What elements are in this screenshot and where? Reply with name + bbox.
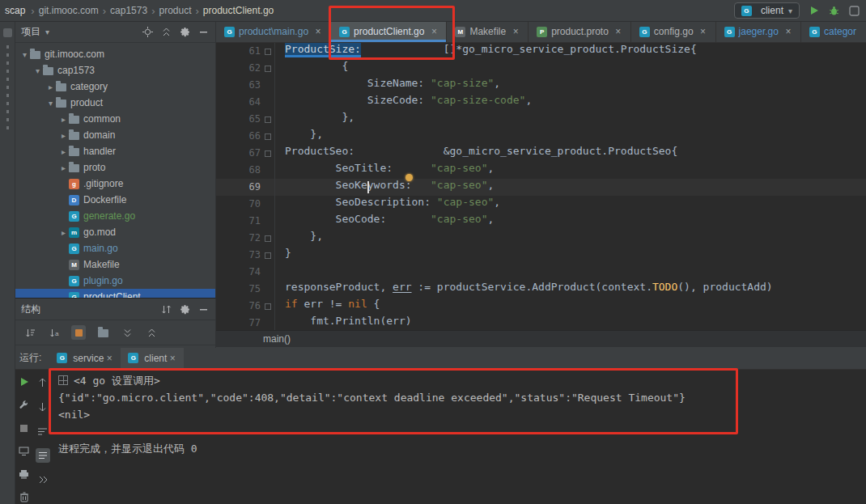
tree-item[interactable]: ▸handler [15,143,215,159]
hide-panel-icon[interactable] [198,27,209,37]
code-line[interactable]: 62 { [216,60,866,77]
tree-item[interactable]: Gplugin.go [15,273,215,289]
tree-item[interactable]: Gmain.go [15,240,215,256]
code-line[interactable]: 65 }, [216,111,866,128]
console-settings-icon[interactable] [36,448,50,463]
scroll-to-end-icon[interactable] [36,472,50,487]
tree-item[interactable]: ▾git.imooc.com [15,46,215,62]
tree-chevron-icon[interactable]: ▾ [19,50,30,59]
tree-chevron-icon[interactable]: ▸ [58,131,69,140]
close-icon[interactable]: × [614,26,622,37]
code-line[interactable]: 64 SizeCode: "cap-size-code", [216,94,866,111]
unfold-icon[interactable] [58,375,68,385]
code-line[interactable]: 70 SeoDescription: "cap-seo", [216,196,866,213]
tool-stripe-button[interactable] [3,28,12,37]
gear-icon[interactable] [180,27,190,37]
gear-icon[interactable] [180,304,190,315]
tree-chevron-icon[interactable]: ▸ [58,163,69,172]
group-methods-toggle[interactable] [71,325,86,340]
fold-marker[interactable] [261,230,274,247]
collapse-all-icon[interactable] [144,325,159,340]
debug-button[interactable] [829,6,839,16]
editor-tab[interactable]: MMakefile× [447,21,529,42]
fold-marker[interactable] [261,298,274,315]
code-line[interactable]: 71 SeoCode: "cap-seo", [216,213,866,230]
close-icon[interactable]: × [699,26,707,37]
code-line[interactable]: 61ProductSize: []*go_micro_service_produ… [216,43,866,60]
editor-tab[interactable]: Gconfig.go× [631,21,716,42]
run-tab[interactable]: Gservice× [49,347,121,369]
breadcrumb-item[interactable]: product [159,5,191,16]
fold-marker[interactable] [261,247,274,264]
breadcrumb-item[interactable]: cap1573 [110,5,147,16]
fold-marker[interactable] [261,60,274,77]
breadcrumb-item[interactable]: git.imooc.com [39,5,99,16]
code-line[interactable]: 68 SeoTitle: "cap-seo", [216,162,866,179]
fold-marker[interactable] [261,145,274,162]
close-icon[interactable]: × [784,26,792,37]
hide-panel-icon[interactable] [198,304,209,315]
tree-chevron-icon[interactable]: ▾ [32,66,43,75]
close-icon[interactable]: × [105,353,113,364]
code-line[interactable]: 69 SeoKeywords: "cap-seo", [216,179,866,196]
tree-item[interactable]: ▸category [15,78,215,95]
expand-all-icon[interactable] [120,325,134,340]
editor-tab[interactable]: Gproduct\main.go× [216,21,331,42]
code-line[interactable]: 74 [216,264,866,281]
run-config-select[interactable]: G client ▾ [734,2,800,19]
code-line[interactable]: 67ProductSeo: &go_micro_service_product.… [216,145,866,162]
tree-chevron-icon[interactable]: ▸ [58,228,69,237]
code-line[interactable]: 73} [216,247,866,264]
tree-item[interactable]: ▸mgo.mod [15,224,215,240]
code-line[interactable]: 75responseProduct, err := productService… [216,281,866,298]
code-line[interactable]: 66 }, [216,128,866,145]
tree-chevron-icon[interactable]: ▸ [45,83,56,91]
soft-wrap-icon[interactable] [36,424,50,438]
sort-by-visibility-icon[interactable] [23,325,37,340]
wrench-icon[interactable] [17,399,32,413]
tree-item[interactable]: GproductClient [15,289,215,298]
tree-item[interactable]: ▾product [15,95,215,111]
sort-icon[interactable] [161,304,172,315]
code-line[interactable]: 77 fmt.Println(err) [216,315,866,332]
run-button[interactable] [809,6,819,15]
fold-marker[interactable] [261,43,274,60]
breadcrumb-function[interactable]: main() [263,333,291,345]
tree-chevron-icon[interactable]: ▾ [45,99,56,108]
chevron-down-icon[interactable]: ▾ [45,28,49,36]
code-line[interactable]: 72 }, [216,230,866,247]
code-line[interactable]: 76if err != nil { [216,298,866,315]
run-console[interactable]: <4 go 设置调用>{"id":"go.micro.client","code… [52,369,866,504]
fold-marker[interactable] [261,128,274,145]
fold-marker[interactable] [261,111,274,128]
close-icon[interactable]: × [168,353,176,364]
tree-item[interactable]: Ggenerate.go [15,208,215,224]
tree-item[interactable]: ▸common [15,111,215,127]
close-icon[interactable]: × [430,26,438,37]
rerun-button[interactable] [17,375,32,389]
print-icon[interactable] [17,468,32,481]
code-line[interactable]: 63 SizeName: "cap-size", [216,77,866,94]
close-icon[interactable]: × [512,26,520,37]
sort-alphabetically-icon[interactable]: a [47,325,62,340]
tree-item[interactable]: ▸domain [15,127,215,143]
clear-all-icon[interactable] [17,491,32,504]
editor-tab[interactable]: Gjaeger.go× [716,21,801,42]
restore-layout-icon[interactable] [17,445,32,459]
arrow-up-icon[interactable] [36,375,50,390]
tree-chevron-icon[interactable]: ▸ [58,115,69,124]
close-icon[interactable]: × [314,26,322,37]
tree-chevron-icon[interactable]: ▸ [58,147,69,156]
editor-tab[interactable]: Pproduct.proto× [529,21,631,42]
code-editor[interactable]: 61ProductSize: []*go_micro_service_produ… [216,43,866,332]
editor-tab[interactable]: GproductClient.go× [331,21,447,42]
tree-item[interactable]: MMakefile [15,256,215,273]
arrow-down-icon[interactable] [36,400,50,414]
tree-item[interactable]: DDockerfile [15,192,215,208]
tree-item[interactable]: ▸proto [15,159,215,176]
coverage-button[interactable] [849,6,860,16]
locate-file-icon[interactable] [142,27,153,37]
editor-tab[interactable]: Gcategor [801,21,866,42]
run-tab[interactable]: Gclient× [121,347,184,369]
intention-bulb-icon[interactable] [405,174,413,181]
